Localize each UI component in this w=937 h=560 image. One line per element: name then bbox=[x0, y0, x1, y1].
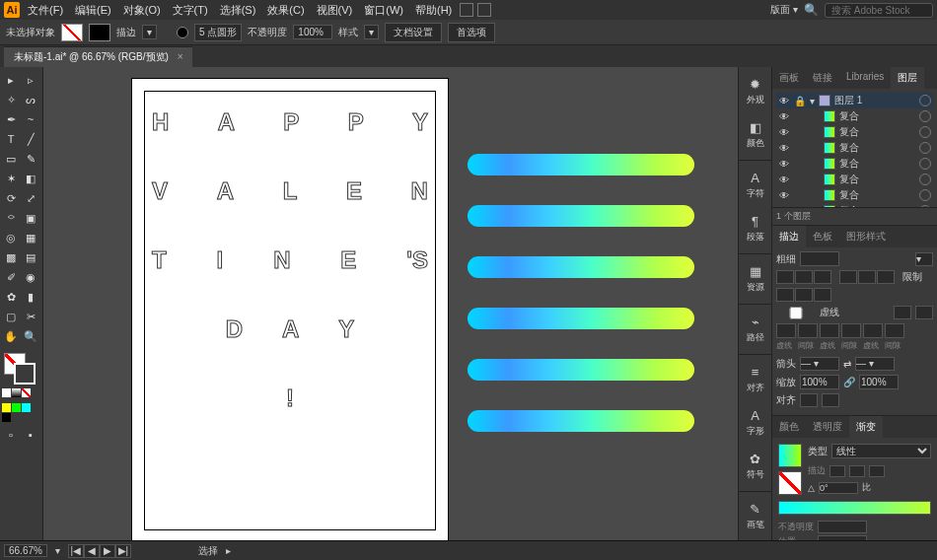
dash-input[interactable] bbox=[820, 323, 839, 338]
dock-character[interactable]: A字符 bbox=[741, 165, 770, 206]
visibility-icon[interactable]: 👁 bbox=[778, 159, 790, 170]
gradient-bar[interactable] bbox=[468, 154, 694, 175]
arrow-end-dropdown[interactable]: — ▾ bbox=[855, 357, 895, 371]
dock-paragraph[interactable]: ¶段落 bbox=[741, 208, 770, 249]
letter[interactable]: N bbox=[273, 246, 290, 274]
document-tab-close[interactable]: × bbox=[178, 51, 183, 62]
visibility-icon[interactable]: 👁 bbox=[778, 127, 790, 138]
dock-align[interactable]: ≡对齐 bbox=[741, 359, 770, 400]
menu-effect[interactable]: 效果(C) bbox=[263, 1, 308, 20]
gradient-angle-input[interactable] bbox=[819, 482, 858, 494]
letter[interactable]: P bbox=[283, 108, 299, 136]
free-transform-tool[interactable]: ▣ bbox=[22, 209, 39, 227]
blend-tool[interactable]: ◉ bbox=[22, 268, 39, 286]
layer-name[interactable]: 图层 1 bbox=[834, 94, 915, 107]
letter[interactable]: T bbox=[152, 246, 167, 274]
gap-input[interactable] bbox=[841, 323, 861, 338]
zoom-level[interactable]: 66.67% bbox=[4, 544, 47, 557]
layer-row[interactable]: 👁复合 bbox=[776, 187, 933, 203]
align-stroke-inside[interactable] bbox=[795, 288, 813, 302]
width-tool[interactable]: ⌔ bbox=[2, 209, 20, 227]
hand-tool[interactable]: ✋ bbox=[2, 327, 20, 345]
menu-edit[interactable]: 编辑(E) bbox=[71, 1, 115, 20]
target-icon[interactable] bbox=[919, 174, 931, 185]
symbol-sprayer-tool[interactable]: ✿ bbox=[2, 288, 20, 306]
menu-type[interactable]: 文字(T) bbox=[169, 1, 212, 20]
gradient-type-select[interactable]: 线性 bbox=[831, 444, 931, 458]
tab-libraries[interactable]: Libraries bbox=[839, 67, 891, 89]
lasso-tool[interactable]: ᔕ bbox=[22, 91, 39, 108]
rectangle-tool[interactable]: ▭ bbox=[2, 150, 20, 168]
scale-tool[interactable]: ⤢ bbox=[22, 189, 39, 207]
gradient-bar[interactable] bbox=[468, 205, 694, 227]
color-yellow[interactable] bbox=[2, 403, 11, 412]
nav-next[interactable]: ▶ bbox=[100, 544, 115, 558]
letter[interactable]: 'S bbox=[406, 246, 428, 274]
color-green[interactable] bbox=[12, 403, 21, 412]
cap-round[interactable] bbox=[795, 270, 813, 284]
letter[interactable]: Y bbox=[412, 108, 428, 136]
layout-dropdown[interactable]: 版面 ▾ bbox=[770, 3, 798, 17]
tab-graphic-styles[interactable]: 图形样式 bbox=[839, 226, 893, 247]
swap-arrows-icon[interactable]: ⇄ bbox=[843, 359, 851, 370]
letter[interactable]: ! bbox=[286, 385, 294, 412]
document-tab[interactable]: 未标题-1.ai* @ 66.67% (RGB/预览) × bbox=[4, 46, 192, 67]
stroke-gradient-c[interactable] bbox=[869, 465, 885, 477]
eraser-tool[interactable]: ◧ bbox=[22, 170, 39, 187]
align-stroke-center[interactable] bbox=[776, 288, 794, 302]
cap-projecting[interactable] bbox=[814, 270, 831, 284]
gap-input[interactable] bbox=[798, 323, 818, 338]
link-scale-icon[interactable]: 🔗 bbox=[843, 377, 855, 387]
color-gradient[interactable] bbox=[12, 388, 21, 397]
color-white[interactable] bbox=[2, 388, 11, 397]
document-setup-button[interactable]: 文档设置 bbox=[385, 23, 442, 42]
fill-stroke-control[interactable] bbox=[2, 351, 39, 385]
search-input[interactable] bbox=[825, 3, 933, 18]
gradient-tool[interactable]: ▤ bbox=[22, 248, 39, 266]
search-icon[interactable]: 🔍 bbox=[804, 3, 819, 17]
tab-layers[interactable]: 图层 bbox=[891, 67, 924, 89]
disclosure-icon[interactable]: ▾ bbox=[810, 96, 815, 106]
join-bevel[interactable] bbox=[877, 270, 895, 284]
align-stroke-outside[interactable] bbox=[814, 288, 831, 302]
dash-mode-a[interactable] bbox=[894, 306, 911, 319]
scale-start-input[interactable] bbox=[800, 375, 839, 389]
target-icon[interactable] bbox=[919, 126, 931, 138]
zoom-tool[interactable]: 🔍 bbox=[22, 327, 39, 345]
magic-wand-tool[interactable]: ✧ bbox=[2, 91, 20, 108]
letter[interactable]: A bbox=[218, 108, 235, 136]
dock-appearance[interactable]: ✹外观 bbox=[741, 71, 770, 112]
dock-brushes[interactable]: ✎画笔 bbox=[741, 496, 770, 537]
tab-swatches[interactable]: 色板 bbox=[806, 226, 839, 247]
pen-tool[interactable]: ✒ bbox=[2, 110, 20, 128]
dock-symbols[interactable]: ✿符号 bbox=[741, 446, 770, 487]
dock-pathfinder[interactable]: ⌁路径 bbox=[741, 309, 770, 350]
column-graph-tool[interactable]: ▮ bbox=[22, 288, 39, 306]
letter[interactable]: E bbox=[346, 177, 362, 205]
visibility-icon[interactable]: 👁 bbox=[778, 96, 790, 106]
target-icon[interactable] bbox=[919, 142, 931, 154]
arrow-start-dropdown[interactable]: — ▾ bbox=[800, 357, 839, 371]
stroke-dropdown[interactable]: ▾ bbox=[915, 252, 933, 266]
letter[interactable]: D bbox=[226, 315, 243, 343]
target-icon[interactable] bbox=[919, 95, 931, 106]
dock-glyphs[interactable]: A字形 bbox=[741, 402, 770, 444]
slice-tool[interactable]: ✂ bbox=[22, 308, 39, 325]
layer-row[interactable]: 👁复合 bbox=[776, 156, 933, 172]
tab-links[interactable]: 链接 bbox=[806, 67, 839, 89]
style-dropdown[interactable]: ▾ bbox=[364, 25, 379, 39]
nav-last[interactable]: ▶| bbox=[115, 544, 131, 558]
mesh-tool[interactable]: ▩ bbox=[2, 248, 20, 266]
letter[interactable]: Y bbox=[338, 315, 354, 343]
gradient-bar[interactable] bbox=[468, 359, 694, 381]
lock-icon[interactable]: 🔒 bbox=[794, 96, 806, 106]
menu-window[interactable]: 窗口(W) bbox=[360, 1, 407, 20]
nav-first[interactable]: |◀ bbox=[68, 544, 84, 558]
visibility-icon[interactable]: 👁 bbox=[778, 111, 790, 122]
stroke-weight-dropdown[interactable]: ▾ bbox=[142, 25, 157, 39]
status-selection[interactable]: 选择 bbox=[198, 544, 218, 558]
target-icon[interactable] bbox=[919, 158, 931, 170]
shape-builder-tool[interactable]: ◎ bbox=[2, 229, 20, 246]
layer-row[interactable]: 👁复合 bbox=[776, 140, 933, 156]
opacity-input[interactable] bbox=[293, 25, 332, 39]
